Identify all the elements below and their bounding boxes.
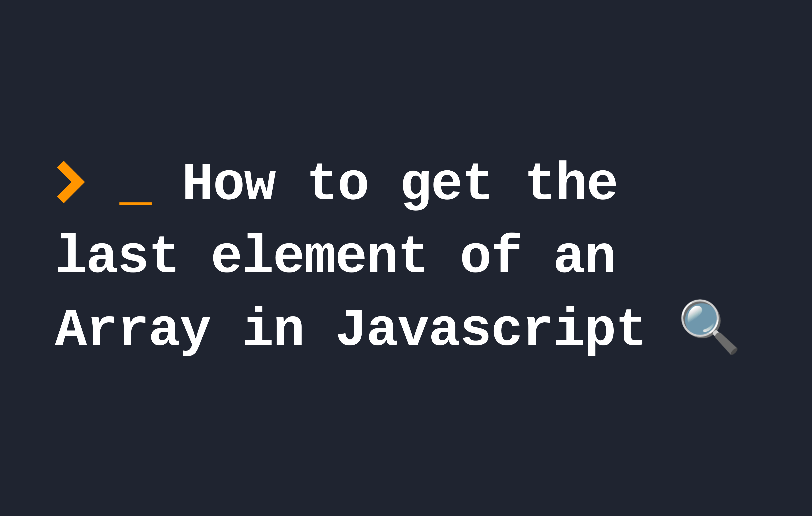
magnifying-glass-icon: 🔍 (678, 296, 740, 366)
prompt-underscore-icon: _ (119, 155, 150, 215)
article-title: _ How to get the last element of an Arra… (55, 149, 757, 368)
prompt-chevron-icon (55, 155, 119, 215)
